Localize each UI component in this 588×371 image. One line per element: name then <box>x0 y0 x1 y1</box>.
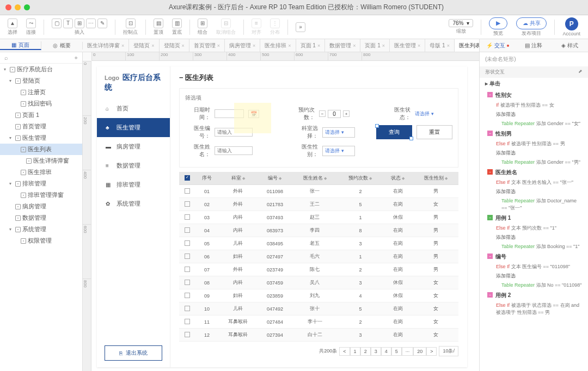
page-button[interactable]: > <box>426 347 437 356</box>
nav-item[interactable]: ▦排班管理 <box>97 175 170 194</box>
case-action[interactable]: 添加筛选 <box>480 110 588 119</box>
tree-item[interactable]: ▫病房管理 <box>0 201 82 212</box>
doctor-name-input[interactable] <box>215 146 253 155</box>
doc-tab[interactable]: 病房管理 × <box>225 39 260 52</box>
tree-item[interactable]: ▾▫医生管理 <box>0 132 82 144</box>
tree-item[interactable]: ▫权限管理 <box>0 235 82 246</box>
dept-select[interactable]: 请选择 ▾ <box>322 127 355 138</box>
nav-item[interactable]: ▬病房管理 <box>97 137 170 156</box>
add-page-icon[interactable]: + <box>75 54 78 61</box>
group-btn[interactable]: ⊞ <box>198 18 207 28</box>
gender-select[interactable]: 请选择 ▾ <box>322 146 355 156</box>
interaction-case[interactable]: −性别女 <box>480 90 588 101</box>
distribute-btn[interactable]: ⋮ <box>270 18 280 28</box>
table-header[interactable]: 医生姓名◆ <box>292 172 338 185</box>
tree-item[interactable]: ▫医生排班 <box>0 166 82 178</box>
tree-item[interactable]: ▾▫医疗系统后台 <box>0 64 82 75</box>
connect-tool[interactable]: ⤳ <box>26 18 36 28</box>
page-button[interactable]: 20 <box>413 347 426 356</box>
table-header[interactable]: 状态◆ <box>383 172 413 185</box>
style-tab[interactable]: ◈样式 <box>552 39 588 52</box>
appointment-stepper[interactable]: −0+ <box>319 110 350 118</box>
tree-item[interactable]: ▫注册页 <box>0 86 82 98</box>
page-button[interactable]: 5 <box>391 347 402 356</box>
page-button[interactable]: < <box>339 347 350 356</box>
table-row[interactable]: 10儿科047492张十5在岗女 <box>179 302 458 316</box>
widget-name[interactable]: (未命名矩形) <box>480 52 588 66</box>
doc-tab[interactable]: 登陆页 × <box>129 39 159 52</box>
layout-tool[interactable]: ⊞ <box>75 18 84 28</box>
interaction-case[interactable]: −用例 1 <box>480 213 588 224</box>
doc-tab[interactable]: 页面 1 × <box>360 39 390 52</box>
case-action[interactable]: 添加筛选 <box>480 187 588 196</box>
logout-button[interactable]: ⎘ 退出系统 <box>105 345 162 361</box>
tree-item[interactable]: ▫排班管理弹窗 <box>0 189 82 201</box>
nav-item[interactable]: ≡数据管理 <box>97 156 170 175</box>
event-click[interactable]: ▸ 单击 <box>480 78 588 90</box>
table-row[interactable]: 06妇科027497毛六1在岗男 <box>179 250 458 263</box>
interaction-case[interactable]: −性别男 <box>480 128 588 139</box>
page-button[interactable]: 1 <box>350 347 360 356</box>
more-tool[interactable]: ⋯ <box>86 18 96 28</box>
more-tools[interactable]: » <box>296 22 305 32</box>
ungroup-btn[interactable]: ⊟ <box>221 18 231 28</box>
page-button[interactable]: 3 <box>371 347 381 356</box>
status-select[interactable]: 请选择 ▾ <box>415 110 434 118</box>
tree-item[interactable]: ▾▫系统管理 <box>0 224 82 235</box>
tree-item[interactable]: ▫首页管理 <box>0 121 82 132</box>
design-canvas[interactable]: Logo医疗后台系统 ⌂首页♣医生管理▬病房管理≡数据管理▦排班管理✿系统管理 … <box>91 61 479 371</box>
tree-item[interactable]: ▫找回密码 <box>0 98 82 109</box>
table-header[interactable]: 医生性别◆ <box>413 172 458 185</box>
table-row[interactable]: 12耳鼻喉科027394白十二3在岗女 <box>179 329 458 342</box>
table-header[interactable]: 编号◆ <box>258 172 292 185</box>
table-row[interactable]: 08内科037459吴八3休假女 <box>179 276 458 289</box>
tree-item[interactable]: ▫医生列表 <box>0 144 82 155</box>
interaction-case[interactable]: −用例 2 <box>480 290 588 301</box>
interactions-tab[interactable]: ⚡交互 <box>480 39 516 52</box>
case-action[interactable]: 添加筛选 <box>480 271 588 281</box>
doc-tab[interactable]: 医生排班 × <box>260 39 296 52</box>
table-row[interactable]: 09妇科023859刘九4休假女 <box>179 289 458 302</box>
calendar-icon[interactable]: 📅 <box>248 110 259 118</box>
close-window[interactable] <box>5 4 11 10</box>
table-header[interactable] <box>179 172 195 185</box>
send-back[interactable]: ▥ <box>172 18 182 28</box>
date-input[interactable] <box>215 109 244 118</box>
doc-tab[interactable]: 首页管理 × <box>189 39 225 52</box>
table-row[interactable]: 01外科011098张一2在岗男 <box>179 185 458 198</box>
doc-tab[interactable]: 医生管理 × <box>390 39 425 52</box>
doctor-id-input[interactable] <box>215 128 253 137</box>
minimize-window[interactable] <box>15 4 21 10</box>
case-action[interactable]: 添加筛选 <box>480 233 588 242</box>
search-button[interactable]: 查询 <box>376 125 412 139</box>
page-button[interactable]: ··· <box>402 347 414 356</box>
tree-item[interactable]: ▾▫排班管理 <box>0 178 82 189</box>
tree-item[interactable]: ▫页面 1 <box>0 109 82 121</box>
select-tool[interactable]: ▲ <box>8 18 17 28</box>
shape-tool[interactable]: ▢ <box>52 18 62 28</box>
nav-item[interactable]: ✿系统管理 <box>97 194 170 213</box>
notes-tab[interactable]: ▤注释 <box>516 39 552 52</box>
interaction-case[interactable]: −医生姓名 <box>480 167 588 178</box>
zoom-control[interactable]: 76%▾ <box>449 19 473 27</box>
tree-item[interactable]: ▾▫登陆页 <box>0 75 82 86</box>
doc-tab[interactable]: 医生详情弹窗 × <box>83 39 129 52</box>
tree-item[interactable]: ▫数据管理 <box>0 212 82 224</box>
doc-tab[interactable]: 医生列表 × <box>455 39 479 52</box>
nav-item[interactable]: ⌂首页 <box>97 99 170 118</box>
doc-tab[interactable]: 数据管理 × <box>325 39 360 52</box>
text-tool[interactable]: T <box>63 18 73 28</box>
nav-item[interactable]: ♣医生管理 <box>97 118 170 137</box>
interaction-case[interactable]: −编号 <box>480 251 588 262</box>
table-row[interactable]: 02外科021783王二5在岗女 <box>179 198 458 211</box>
outline-tab[interactable]: ◎ 概要 <box>41 42 83 50</box>
table-row[interactable]: 11耳鼻喉科027484李十一2在岗女 <box>179 316 458 329</box>
search-icon[interactable]: ⌕ <box>4 54 8 61</box>
points-tool[interactable]: ⊡ <box>126 18 136 28</box>
table-header[interactable]: 预约次数◆ <box>338 172 383 185</box>
per-page-select[interactable]: 10条/ <box>439 346 458 356</box>
maximize-window[interactable] <box>24 4 30 10</box>
doc-tab[interactable]: 页面 1 × <box>296 39 326 52</box>
table-header[interactable]: 序号 <box>195 172 219 185</box>
table-header[interactable]: 科室◆ <box>218 172 258 185</box>
